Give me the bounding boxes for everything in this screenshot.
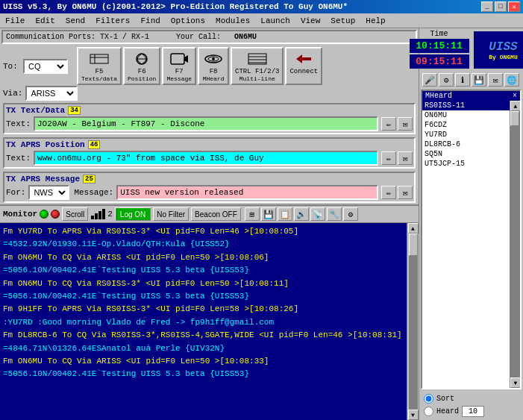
multiline-sublabel: Multi-line [239,75,275,82]
mheard-title: MHeard [425,92,452,100]
heard-radio[interactable] [424,407,433,416]
scroll-button[interactable]: Scroll [62,207,88,221]
led-red-icon [51,210,60,219]
tx-aprs-pos-title: TX APRS Position [6,140,85,149]
right-icon-globe[interactable]: 🌐 [504,73,519,87]
tx-text-title: TX Text/Data [6,106,65,115]
mheard-scroll-down[interactable]: ▼ [510,377,520,388]
right-icon-save[interactable]: 💾 [472,73,486,87]
sort-radio[interactable] [424,394,433,404]
menu-modules[interactable]: Modules [213,16,252,26]
tx-aprs-pos-input[interactable] [34,151,378,166]
mheard-item[interactable]: RS0ISS-11 [422,101,510,110]
menu-bar: File Edit Send Filters Find Options Modu… [0,13,523,28]
toolbar-f7[interactable]: F7 Message [162,47,196,85]
tx-pos-edit-icon[interactable]: ✏ [381,151,396,165]
f7-sublabel: Message [166,75,192,82]
monitor-icon-6[interactable]: 🔧 [327,207,342,221]
right-icon-settings[interactable]: ⚙ [439,73,454,87]
monitor-line: =5056.10N/00402.41E`Testing UISS 5.3 bet… [3,369,404,380]
tx-msg-edit-icon[interactable]: ✏ [381,186,396,199]
beacon-button[interactable]: Beacon OFF [191,207,241,221]
to-select[interactable]: CQ [23,59,68,74]
monitor-wrapper: Fm YU7RD To APRS Via RS0ISS-3* <UI pid=F… [0,223,419,420]
via-row: Via: ARISS [0,85,419,101]
left-panel: Communication Ports: TX-1 / RX-1 Your Ca… [0,28,419,420]
multiline-label: CTRL F1/2/3 [235,68,279,75]
menu-find[interactable]: Find [138,16,162,26]
f5-icon [88,50,110,68]
mheard-item[interactable]: ON6MU [422,110,510,120]
monitor-icon-1[interactable]: ⊞ [245,207,260,221]
monitor-terminal: Fm YU7RD To APRS Via RS0ISS-3* <UI pid=F… [0,223,407,420]
menu-launch[interactable]: Launch [258,16,292,26]
tx-msg-send-icon[interactable]: ✉ [398,186,413,199]
f6-icon [131,50,153,68]
log-on-button[interactable]: Log ON [115,207,151,221]
f7-label: F7 [175,68,184,75]
menu-options[interactable]: Options [169,16,207,26]
for-label: For: [6,188,25,197]
mheard-item[interactable]: F6CDZ [422,120,510,130]
tx-pos-send-icon[interactable]: ✉ [398,151,413,165]
mheard-item[interactable]: YU7RD [422,130,510,140]
toolbar-f5[interactable]: F5 Texts/data [77,47,122,85]
signal-icon [90,208,105,220]
tx-aprs-msg-input[interactable] [116,185,378,200]
monitor-line: =5056.10N/00402.41E`Testing UISS 5.3 bet… [3,291,404,302]
right-icon-info[interactable]: ℹ [455,73,470,87]
menu-file[interactable]: File [3,16,27,26]
mheard-header: MHeard × [422,91,520,101]
monitor-line: Fm DL8RCB-6 To CQ Via RS0ISS-3*,RS0ISS-4… [3,330,404,341]
monitor-icon-5[interactable]: 📡 [310,207,325,221]
scroll-thumb[interactable] [409,233,418,256]
mheard-scroll-up[interactable]: ▲ [510,101,520,111]
tx-text-edit-icon[interactable]: ✏ [381,117,396,131]
scroll-up-arrow[interactable]: ▲ [408,223,419,233]
time-display-2: 09:15:11 [410,54,469,69]
mheard-close-btn[interactable]: × [513,92,517,100]
tx-text-icons: ✏ ✉ [381,117,413,131]
toolbar-multiline[interactable]: CTRL F1/2/3 Multi-line [231,47,284,85]
svg-rect-16 [102,209,105,219]
mheard-scrollbar[interactable]: ▲ ▼ [510,101,520,388]
close-button[interactable]: ✕ [508,1,520,12]
for-select[interactable]: NWS [28,185,69,200]
toolbar-f8[interactable]: F8 MHeard [198,47,229,85]
tx-pos-icons: ✏ ✉ [381,151,413,165]
right-icon-mic[interactable]: 🎤 [422,73,437,87]
window-title: UISS v5.3, By ON6MU (c)2001-2012> Pro-Ed… [3,2,348,11]
menu-filters[interactable]: Filters [93,16,132,26]
mheard-item[interactable]: SQ5N [422,149,510,159]
scroll-down-arrow[interactable]: ▼ [408,410,419,420]
minimize-button[interactable]: _ [481,1,493,12]
toolbar-connect[interactable]: Connect [285,47,322,85]
monitor-icon-2[interactable]: 💾 [261,207,276,221]
tx-text-input[interactable] [34,116,378,131]
mheard-item[interactable]: DL8RCB-6 [422,140,510,149]
menu-edit[interactable]: Edit [33,16,57,26]
via-select[interactable]: ARISS [25,86,78,101]
maximize-button[interactable]: □ [495,1,507,12]
sort-row: Sort [424,394,519,404]
menu-setup[interactable]: Setup [328,16,357,26]
tx-text-send-icon[interactable]: ✉ [398,117,413,131]
menu-send[interactable]: Send [63,16,87,26]
time-label: Time [430,30,448,38]
mheard-list: RS0ISS-11ON6MUF6CDZYU7RDDL8RCB-6SQ5NUT5J… [422,101,510,388]
mheard-scroll-thumb[interactable] [510,111,519,126]
tx-text-count: 34 [68,106,81,115]
monitor-icon-3[interactable]: 📋 [278,207,292,221]
monitor-icon-7[interactable]: ⚙ [343,207,358,221]
monitor-icon-4[interactable]: 🔊 [294,207,309,221]
mheard-item[interactable]: UT5JCP-15 [422,159,510,169]
f8-sublabel: MHeard [203,75,225,82]
monitor-line: =4846.71N\01326.64ESAnatol auá Perle {UI… [3,343,404,354]
no-filter-button[interactable]: No Filter [153,207,189,221]
menu-view[interactable]: View [298,16,322,26]
right-icons-row: 🎤 ⚙ ℹ 💾 ✉ 🌐 [419,72,523,88]
monitor-scrollbar[interactable]: ▲ ▼ [407,223,419,420]
menu-help[interactable]: Help [363,16,387,26]
right-icon-msg[interactable]: ✉ [488,73,503,87]
toolbar-f6[interactable]: F6 Position [123,47,160,85]
